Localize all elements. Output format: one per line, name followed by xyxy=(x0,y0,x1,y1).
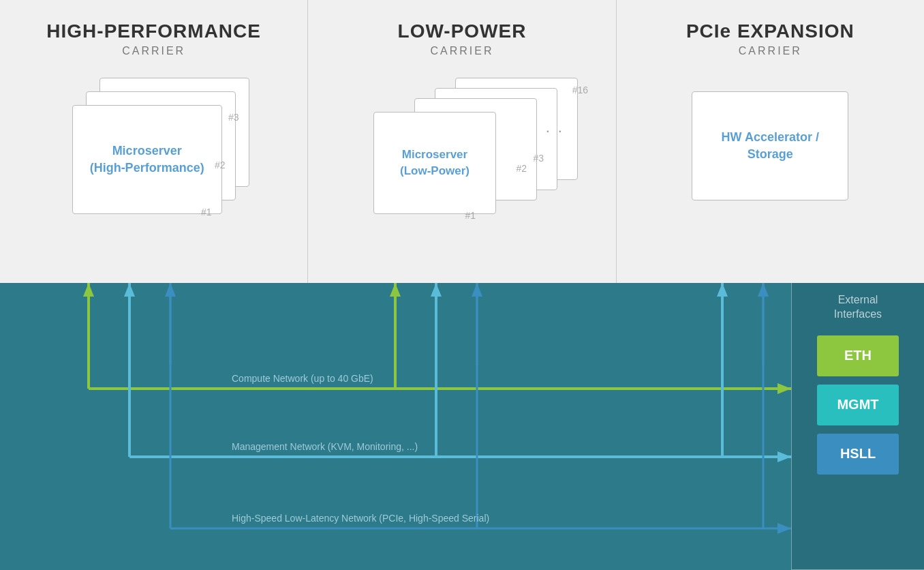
external-interfaces-panel: ExternalInterfaces ETH MGMT HSLL xyxy=(791,283,924,570)
svg-marker-5 xyxy=(165,283,176,297)
svg-marker-9 xyxy=(431,283,442,297)
pcie-carrier: PCIe EXPANSION CARRIER HW Accelerator /S… xyxy=(617,0,924,283)
hp-carrier-title: HIGH-PERFORMANCE xyxy=(46,20,261,42)
lp-num-1: #1 xyxy=(465,210,476,221)
lp-carrier-title: LOW-POWER xyxy=(398,20,527,42)
external-interfaces-title: ExternalInterfaces xyxy=(834,293,882,322)
eth-interface: ETH xyxy=(817,335,899,376)
ellipsis: · · xyxy=(546,122,564,140)
svg-marker-17 xyxy=(777,383,791,394)
hw-accelerator-label: HW Accelerator /Storage xyxy=(722,129,819,163)
lp-num-16: #16 xyxy=(572,85,588,95)
svg-marker-15 xyxy=(758,283,769,297)
hp-microserver-label: Microserver(High-Performance) xyxy=(90,142,204,177)
svg-marker-1 xyxy=(83,283,94,297)
pcie-carrier-subtitle: CARRIER xyxy=(739,45,802,57)
hp-num-1: #1 xyxy=(201,207,212,217)
lp-card-1: Microserver(Low-Power) xyxy=(373,112,496,214)
hsll-label: HSLL xyxy=(840,446,876,462)
hp-microserver-stack: Microserver(High-Performance) #3 #2 #1 xyxy=(59,78,249,228)
mgmt-label: MGMT xyxy=(837,397,878,412)
hsll-interface: HSLL xyxy=(817,434,899,475)
highspeed-network-label: High-Speed Low-Latency Network (PCIe, Hi… xyxy=(232,513,489,524)
lp-microserver-stack: Microserver(Low-Power) #16 #3 #2 #1 · · xyxy=(333,78,591,228)
svg-marker-3 xyxy=(124,283,135,297)
bottom-section: ExternalInterfaces ETH MGMT HSLL xyxy=(0,283,924,570)
hw-accelerator-box: HW Accelerator /Storage xyxy=(692,91,848,200)
svg-marker-13 xyxy=(717,283,728,297)
lp-num-3: #3 xyxy=(533,153,544,164)
top-section: HIGH-PERFORMANCE CARRIER Microserver(Hig… xyxy=(0,0,924,283)
hp-num-3: #3 xyxy=(228,112,239,123)
hp-carrier-subtitle: CARRIER xyxy=(122,45,185,57)
lp-microserver-label: Microserver(Low-Power) xyxy=(400,147,469,179)
management-network-label: Management Network (KVM, Monitoring, ...… xyxy=(232,441,418,452)
lp-num-2: #2 xyxy=(516,163,527,174)
lp-carrier-subtitle: CARRIER xyxy=(430,45,493,57)
hp-num-2: #2 xyxy=(215,160,226,170)
pcie-carrier-title: PCIe EXPANSION xyxy=(686,20,854,42)
svg-marker-11 xyxy=(472,283,482,297)
hp-card-1: Microserver(High-Performance) xyxy=(72,105,222,214)
svg-marker-7 xyxy=(390,283,401,297)
high-performance-carrier: HIGH-PERFORMANCE CARRIER Microserver(Hig… xyxy=(0,0,308,283)
eth-label: ETH xyxy=(844,348,872,363)
svg-marker-22 xyxy=(777,451,791,462)
network-diagram: Compute Network (up to 40 GbE) Managemen… xyxy=(0,283,924,570)
compute-network-label: Compute Network (up to 40 GbE) xyxy=(232,373,373,384)
mgmt-interface: MGMT xyxy=(817,385,899,425)
low-power-carrier: LOW-POWER CARRIER Microserver(Low-Power)… xyxy=(308,0,616,283)
svg-marker-27 xyxy=(777,523,791,534)
